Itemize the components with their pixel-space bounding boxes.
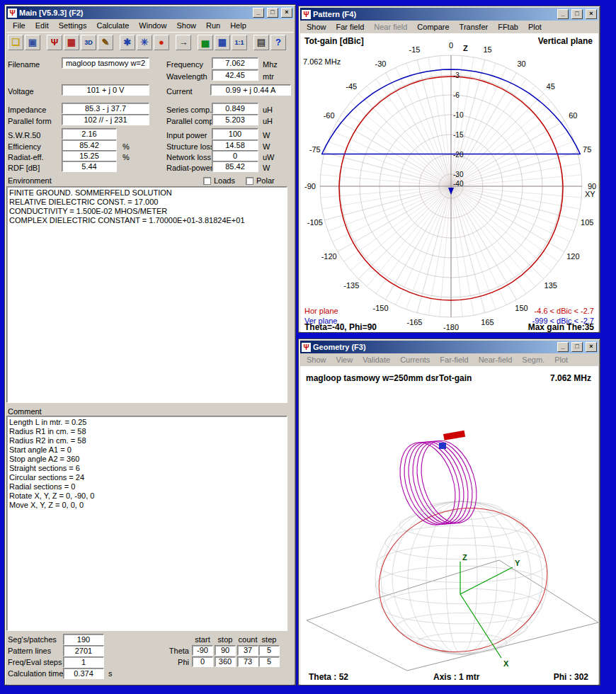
phi-step-input[interactable]: 5 [258,656,280,667]
run-arrow-button[interactable]: → [176,35,191,50]
input-power-label: Input power [166,131,207,140]
geometry-status-phi: Phi : 302 [554,672,588,682]
geo-menu-validate[interactable]: Validate [358,354,395,365]
loads-checkbox[interactable] [203,177,211,185]
parallel-comp-input[interactable]: 5.203 [212,114,258,125]
voltage-input[interactable]: 101 + j 0 V [62,84,149,96]
phi-count-input[interactable]: 73 [237,656,258,667]
sweep-star-button[interactable]: ✳ [137,35,152,50]
comment-line: Straight sections = 6 [9,464,285,473]
comment-textbox[interactable]: Length L in mtr. = 0.25 Radius R1 in cm.… [6,416,287,631]
radiat-eff-input[interactable]: 15.25 [62,150,117,161]
theta-stop-input[interactable]: 90 [215,645,236,656]
help-button[interactable]: ? [270,35,286,50]
pattern-menu-compare[interactable]: Compare [412,21,454,33]
efficiency-input[interactable]: 85.42 [62,140,117,151]
sweep-theta-label: Theta [166,647,189,655]
sweep-header-start: start [192,635,213,644]
menu-help[interactable]: Help [225,20,251,31]
antenna-geometry-button[interactable]: Ψ [47,35,62,50]
phi-start-input[interactable]: 0 [192,656,213,667]
main-close-button[interactable]: × [281,8,292,18]
phi-stop-input[interactable]: 360 [215,656,236,667]
environment-textbox[interactable]: FINITE GROUND. SOMMERFELD SOLUTION RELAT… [6,186,287,403]
geometry-minimize-button[interactable]: _ [557,342,569,352]
pattern-menu-plot[interactable]: Plot [523,21,547,33]
menu-run[interactable]: Run [201,20,225,31]
pattern-lines-value: 2701 [63,645,104,656]
freq-eval-steps-value[interactable]: 1 [63,656,104,668]
pattern-menu-show[interactable]: Show [302,21,331,33]
svg-text:-30: -30 [375,59,387,68]
pattern-minimize-button[interactable]: _ [557,9,569,19]
menu-show[interactable]: Show [171,20,201,31]
theta-count-input[interactable]: 37 [237,645,258,656]
settings-gear-button[interactable]: ✱ [120,35,135,50]
view-3d-button[interactable]: 3D [81,35,96,50]
menu-calculate[interactable]: Calculate [91,20,134,31]
geometry-maximize-button[interactable]: □ [571,342,583,352]
geo-menu-view[interactable]: View [331,354,358,365]
svg-text:XY: XY [585,190,595,198]
filename-input[interactable]: magloop tasmowy w=2 [62,57,149,69]
theta-step-input[interactable]: 5 [258,645,280,656]
rdf-input[interactable]: 5.44 [62,161,117,172]
book-button[interactable]: ▤ [253,35,269,50]
loads-checkbox-label: Loads [214,176,235,185]
menu-settings[interactable]: Settings [54,20,92,31]
wavelength-input[interactable]: 42.45 [212,69,258,81]
impedance-input[interactable]: 85.3 - j 37.7 [62,103,149,114]
save-file-button[interactable]: ▣ [25,35,40,50]
polar-checkbox[interactable] [246,177,253,185]
swr-input[interactable]: 2.16 [62,128,117,140]
menu-edit[interactable]: Edit [30,20,54,31]
generate-ball-button[interactable]: ● [154,35,169,50]
geometry-titlebar[interactable]: Ψ Geometry (F3) _ □ × [300,341,598,353]
svg-text:-10: -10 [453,111,464,119]
pattern-menu-fftab[interactable]: FFtab [493,21,523,33]
geo-menu-near-field[interactable]: Near-field [474,354,518,365]
pattern-plot-area: 0153045607590105120135150165-180-165-150… [300,33,598,332]
edit-file-button[interactable]: ✎ [98,35,113,50]
polar-plot[interactable]: 0153045607590105120135150165-180-165-150… [300,33,598,332]
radiat-power-input[interactable]: 85.42 [212,161,258,172]
geo-menu-plot[interactable]: Plot [549,354,573,365]
main-minimize-button[interactable]: _ [253,8,264,18]
geometry-close-button[interactable]: × [586,342,597,352]
menu-file[interactable]: File [8,20,30,31]
svg-text:-75: -75 [309,145,321,154]
structure-loss-input[interactable]: 14.58 [212,140,258,151]
series-comp-input[interactable]: 0.849 [212,103,258,114]
hor-plane-legend: Hor plane [304,307,338,315]
calculator-button[interactable]: ▦ [215,35,230,50]
geometry-3d-view[interactable]: ZYX [300,387,598,673]
geo-menu-currents[interactable]: Currents [395,354,435,365]
pattern-close-button[interactable]: × [586,9,597,19]
current-label: Current [166,87,193,96]
scale-1-1-button[interactable]: 1:1 [232,35,247,50]
open-file-button[interactable]: ❏ [8,35,23,50]
main-titlebar[interactable]: Ψ Main [V5.9.3] (F2) _ □ × [6,6,294,19]
theta-start-input[interactable]: -90 [192,645,213,656]
network-loss-input[interactable]: 0 [212,150,258,161]
svg-text:-15: -15 [453,131,464,139]
geo-menu-far-field[interactable]: Far-field [435,354,473,365]
polar-checkbox-label: Polar [256,176,275,185]
geo-menu-segm[interactable]: Segm. [517,354,549,365]
current-input[interactable]: 0.99 + j 0.44 A [210,84,291,96]
pattern-titlebar[interactable]: Ψ Pattern (F4) _ □ × [300,8,598,21]
tower-grid-button[interactable]: ▦ [64,35,79,50]
parallel-form-input[interactable]: 102 // - j 231 [62,114,149,125]
menu-window[interactable]: Window [134,20,171,31]
pattern-maximize-button[interactable]: □ [571,9,583,19]
svg-text:45: 45 [547,82,555,91]
main-maximize-button[interactable]: □ [267,8,278,18]
input-power-input[interactable]: 100 [212,128,258,140]
pattern-chart-button[interactable]: ▅ [198,35,213,50]
frequency-input[interactable]: 7.062 [212,57,258,69]
environment-line: FINITE GROUND. SOMMERFELD SOLUTION [9,188,285,198]
pattern-menu-transfer[interactable]: Transfer [455,21,494,33]
pattern-menu-far-field[interactable]: Far field [331,21,370,33]
theta-phi-status: Theta=-40, Phi=90 [304,322,377,332]
geo-menu-show[interactable]: Show [302,354,331,365]
